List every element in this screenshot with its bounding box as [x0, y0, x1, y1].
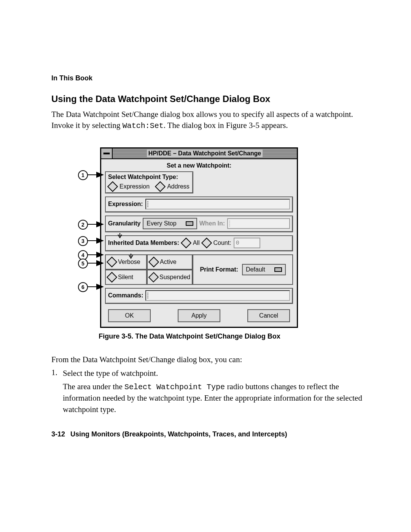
toggle-row: Verbose Active Silent Suspended [105, 254, 293, 285]
commands-group: Commands: [105, 288, 293, 304]
toggle-silent[interactable]: Silent [105, 270, 147, 285]
list-detail: The area under the Select Watchpoint Typ… [63, 381, 363, 415]
toggle-verbose[interactable]: Verbose [105, 254, 147, 270]
arrow-down-icon [117, 233, 123, 238]
watchpoint-type-label: Select Watchpoint Type: [108, 174, 190, 181]
page-number: 3-12 [51, 430, 65, 438]
cancel-button[interactable]: Cancel [247, 309, 290, 322]
arrow-down-icon [128, 254, 134, 259]
figure: 1 2 3 4 5 6 [77, 147, 302, 328]
diamond-icon [148, 272, 159, 283]
toggle-suspended[interactable]: Suspended [147, 270, 193, 285]
diamond-icon[interactable] [201, 238, 212, 248]
watchpoint-dialog: HP/DDE – Data Watchpoint Set/Change Set … [100, 147, 298, 328]
callout-2: 2 [78, 220, 88, 230]
watchpoint-type-group: Select Watchpoint Type: Expression Addre… [105, 171, 193, 193]
dialog-title-wrap: HP/DDE – Data Watchpoint Set/Change [113, 149, 297, 158]
button-row: OK Apply Cancel [105, 307, 293, 323]
intro-paragraph: The Data Watchpoint Set/Change dialog bo… [51, 109, 363, 131]
intro-text-b: . The dialog box in Figure 3-5 appears. [164, 121, 288, 130]
diamond-icon [107, 257, 117, 267]
intro-code: Watch:Set [123, 121, 164, 130]
toggle-suspended-label: Suspended [159, 274, 190, 281]
toggle-active[interactable]: Active [147, 254, 193, 270]
option-menu-icon [274, 267, 282, 272]
detail-a: The area under the [63, 382, 124, 391]
running-head: In This Book [51, 74, 363, 82]
granularity-value: Every Stop [147, 220, 176, 227]
print-format-label: Print Format: [200, 266, 238, 273]
commands-label: Commands: [108, 292, 143, 299]
diamond-icon[interactable] [107, 181, 118, 192]
figure-caption: Figure 3-5. The Data Watchpoint Set/Chan… [77, 332, 302, 340]
diamond-icon[interactable] [155, 181, 166, 192]
inherited-group: Inherited Data Members: All Count: 0 [105, 235, 293, 251]
manual-page: In This Book Using the Data Watchpoint S… [0, 0, 411, 438]
option-menu-icon [186, 221, 193, 226]
granularity-label: Granularity [108, 220, 140, 227]
detail-code: Select Watchpoint Type [124, 383, 225, 391]
expression-input[interactable] [145, 199, 290, 209]
list-number: 1. [51, 368, 60, 417]
when-in-input [227, 218, 290, 229]
diamond-icon [148, 257, 159, 267]
when-in-label: When In: [199, 220, 225, 227]
radio-expression[interactable]: Expression [119, 183, 150, 190]
print-format-menu[interactable]: Default [242, 264, 286, 275]
dialog-titlebar[interactable]: HP/DDE – Data Watchpoint Set/Change [101, 149, 297, 159]
toggle-verbose-label: Verbose [118, 259, 140, 265]
expression-group: Expression: [105, 197, 293, 212]
diamond-icon[interactable] [181, 238, 191, 248]
dialog-subhead: Set a new Watchpoint: [105, 161, 293, 171]
chapter-title: Using Monitors (Breakpoints, Watchpoints… [70, 430, 287, 438]
section-title: Using the Data Watchpoint Set/Change Dia… [51, 94, 363, 104]
radio-all[interactable]: All [193, 240, 200, 246]
callout-1: 1 [78, 170, 88, 180]
commands-input[interactable] [145, 290, 290, 301]
after-paragraph: From the Data Watchpoint Set/Change dial… [51, 354, 363, 365]
toggle-grid: Verbose Active Silent Suspended [105, 254, 193, 285]
count-input: 0 [234, 238, 260, 248]
dialog-title: HP/DDE – Data Watchpoint Set/Change [147, 150, 263, 157]
ok-button[interactable]: OK [108, 309, 151, 322]
inherited-label: Inherited Data Members: [108, 240, 179, 246]
radio-address[interactable]: Address [167, 183, 190, 190]
granularity-menu[interactable]: Every Stop [143, 218, 197, 229]
window-menu-icon[interactable] [101, 149, 113, 158]
callout-4: 4 [78, 250, 88, 260]
callout-3: 3 [78, 236, 88, 246]
list-line: Select the type of watchpoint. [63, 368, 363, 379]
print-format-group: Print Format: Default [193, 254, 293, 285]
callout-5: 5 [78, 259, 88, 268]
toggle-silent-label: Silent [118, 274, 133, 281]
list-item-1: 1. Select the type of watchpoint. The ar… [51, 368, 363, 417]
granularity-group: Granularity Every Stop When In: [105, 216, 293, 232]
radio-count[interactable]: Count: [213, 240, 231, 246]
expression-label: Expression: [108, 201, 143, 208]
callout-layer: 1 2 3 4 5 6 [77, 147, 101, 328]
print-format-value: Default [246, 266, 265, 273]
callout-6: 6 [78, 282, 88, 292]
diamond-icon [107, 272, 117, 283]
page-footer: 3-12 Using Monitors (Breakpoints, Watchp… [51, 430, 363, 438]
apply-button[interactable]: Apply [178, 309, 220, 322]
toggle-active-label: Active [160, 259, 177, 265]
